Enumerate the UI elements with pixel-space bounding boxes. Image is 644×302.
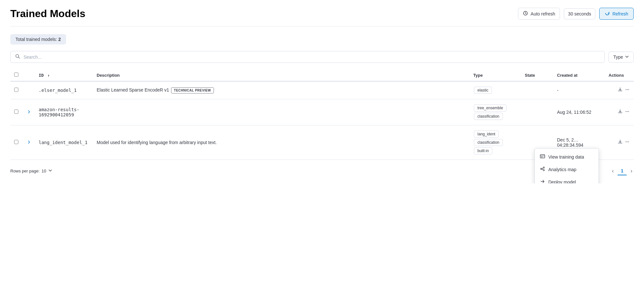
- model-type: elastic: [469, 81, 521, 99]
- context-menu-deploy-model[interactable]: Deploy model: [535, 176, 599, 183]
- actions-column-header: Actions: [605, 69, 634, 81]
- table-row: amazon-results-1692900412059tree_ensembl…: [10, 99, 634, 125]
- model-id: amazon-results-1692900412059: [35, 99, 93, 125]
- model-type: tree_ensembleclassification: [469, 99, 521, 125]
- select-all-checkbox[interactable]: [14, 73, 18, 77]
- more-actions-icon[interactable]: [625, 87, 630, 93]
- table-row: .elser_model_1Elastic Learned Sparse Enc…: [10, 81, 634, 99]
- model-id: lang_ident_model_1: [35, 125, 93, 160]
- search-field[interactable]: [10, 51, 605, 63]
- prev-page-button[interactable]: ‹: [610, 166, 615, 176]
- svg-point-16: [543, 167, 544, 168]
- svg-line-19: [542, 169, 543, 170]
- more-actions-icon[interactable]: [625, 139, 630, 146]
- model-created-at: -: [553, 81, 605, 99]
- sort-arrow-icon: ↑: [47, 73, 50, 78]
- svg-line-18: [542, 168, 543, 169]
- search-input[interactable]: [24, 54, 600, 60]
- created-at-column-header: Created at: [553, 69, 605, 81]
- deploy-icon: [540, 179, 545, 183]
- table-icon: [540, 154, 545, 160]
- type-column-header: Type: [469, 69, 521, 81]
- rows-per-page-chevron-icon: [48, 169, 52, 173]
- model-description: Model used for identifying language from…: [93, 125, 469, 160]
- model-created-at: Aug 24, 11:06:52: [553, 99, 605, 125]
- model-id: .elser_model_1: [35, 81, 93, 99]
- model-state: [521, 81, 553, 99]
- download-icon[interactable]: [618, 87, 623, 93]
- auto-refresh-button[interactable]: Auto refresh: [518, 8, 560, 20]
- svg-point-11: [628, 141, 629, 142]
- rows-per-page-control[interactable]: Rows per page: 10: [10, 169, 52, 173]
- model-actions: [605, 81, 634, 99]
- svg-point-7: [627, 111, 628, 112]
- type-tag: built-in: [474, 147, 492, 154]
- svg-point-3: [626, 89, 626, 90]
- type-tag: elastic: [474, 87, 492, 94]
- svg-point-4: [627, 89, 628, 90]
- model-actions: [605, 125, 634, 160]
- page-title: Trained Models: [10, 8, 85, 20]
- deploy-model-label: Deploy model: [548, 180, 576, 184]
- type-tag: classification: [474, 139, 503, 146]
- row-checkbox[interactable]: [14, 110, 18, 114]
- analytics-icon: [540, 166, 545, 172]
- current-page: 1: [618, 167, 627, 175]
- type-filter-label: Type: [613, 54, 623, 60]
- auto-refresh-icon: [523, 11, 528, 17]
- row-checkbox[interactable]: [14, 140, 18, 144]
- download-icon[interactable]: [618, 109, 623, 115]
- model-actions: [605, 99, 634, 125]
- context-menu-analytics-map[interactable]: Analytics map: [535, 163, 599, 176]
- expand-row-icon[interactable]: [27, 110, 31, 115]
- search-icon: [15, 54, 20, 60]
- id-column-header[interactable]: ID ↑: [35, 69, 93, 81]
- svg-line-2: [18, 57, 20, 58]
- rows-per-page-value: 10: [42, 169, 46, 173]
- context-menu-view-training-data[interactable]: View training data: [535, 151, 599, 163]
- expand-row-icon[interactable]: [27, 140, 31, 145]
- model-description: Elastic Learned Sparse EncodeR v1 TECHNI…: [93, 81, 469, 99]
- stats-count: 2: [58, 37, 61, 42]
- pagination: ‹ 1 ›: [610, 166, 634, 176]
- svg-point-5: [628, 89, 629, 90]
- technical-preview-badge: TECHNICAL PREVIEW: [171, 87, 214, 93]
- type-tag: tree_ensemble: [474, 104, 506, 112]
- page-header: Trained Models Auto refresh 30 seconds: [10, 8, 634, 26]
- description-column-header: Description: [93, 69, 469, 81]
- context-menu: View training data Analytics map Deplo: [534, 148, 599, 183]
- refresh-button[interactable]: Refresh: [599, 8, 634, 20]
- svg-rect-12: [540, 155, 545, 158]
- refresh-icon: [605, 11, 610, 17]
- model-state: [521, 99, 553, 125]
- analytics-map-label: Analytics map: [548, 167, 576, 172]
- svg-point-17: [543, 170, 544, 171]
- download-icon[interactable]: [618, 139, 623, 146]
- row-checkbox[interactable]: [14, 88, 18, 92]
- model-type: lang_identclassificationbuilt-in: [469, 125, 521, 160]
- refresh-label: Refresh: [612, 11, 628, 16]
- type-tag: classification: [474, 113, 503, 120]
- svg-point-8: [628, 111, 629, 112]
- header-actions: Auto refresh 30 seconds Refresh: [518, 8, 634, 20]
- chevron-down-icon: [625, 54, 629, 60]
- models-table: ID ↑ Description Type State Created at A…: [10, 69, 634, 160]
- rows-per-page-label: Rows per page:: [10, 169, 40, 173]
- state-column-header: State: [521, 69, 553, 81]
- auto-refresh-label: Auto refresh: [531, 11, 555, 16]
- svg-point-6: [626, 111, 626, 112]
- more-actions-icon[interactable]: [625, 109, 630, 115]
- stats-label: Total trained models:: [15, 37, 57, 42]
- svg-point-9: [626, 141, 626, 142]
- view-training-data-label: View training data: [548, 154, 584, 160]
- search-row: Type: [10, 51, 634, 63]
- select-all-header: [10, 69, 23, 81]
- svg-point-10: [627, 141, 628, 142]
- model-description: [93, 99, 469, 125]
- refresh-interval[interactable]: 30 seconds: [564, 8, 595, 19]
- svg-point-15: [541, 168, 542, 170]
- type-filter-button[interactable]: Type: [609, 52, 634, 63]
- type-tag: lang_ident: [474, 131, 499, 138]
- next-page-button[interactable]: ›: [629, 166, 634, 176]
- stats-bar: Total trained models: 2: [10, 34, 66, 44]
